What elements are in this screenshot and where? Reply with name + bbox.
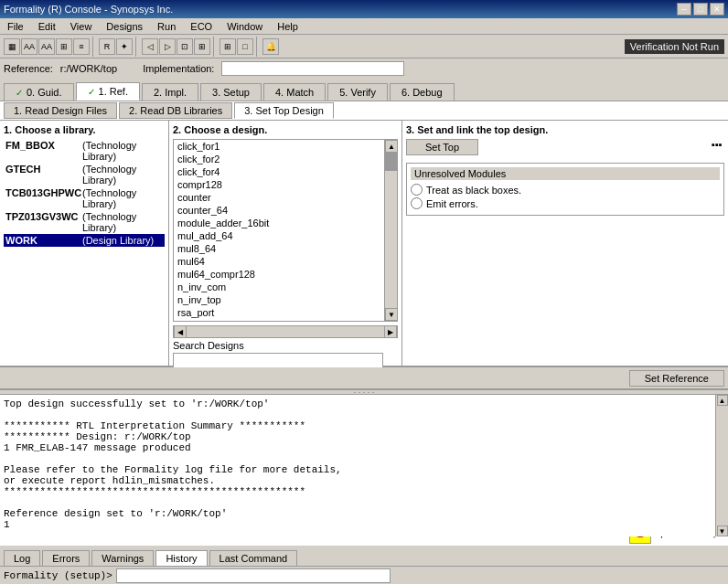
sub-tab-set-top[interactable]: 3. Set Top Design <box>234 102 334 119</box>
tb-btn-14[interactable]: 🔔 <box>262 38 279 55</box>
tab-ref[interactable]: ✓ 1. Ref. <box>76 82 140 101</box>
tab-ref-label: 1. Ref. <box>99 86 128 97</box>
three-panels: 1. Choose a library. FM_BBOX (Technology… <box>0 121 728 367</box>
console-scroll-down[interactable]: ▼ <box>717 526 728 536</box>
status-prompt: Formality (setup)> <box>4 570 112 581</box>
sub-tab-read-db[interactable]: 2. Read DB Libraries <box>119 102 232 119</box>
menu-eco[interactable]: ECO <box>187 20 216 33</box>
implementation-input[interactable] <box>221 61 404 76</box>
bottom-tab-errors[interactable]: Errors <box>42 550 90 566</box>
tb-btn-1[interactable]: ▦ <box>4 38 20 55</box>
tab-setup[interactable]: 3. Setup <box>200 83 262 101</box>
search-label: Search Designs <box>173 340 398 351</box>
lib-tpz013-type: (Technology Library) <box>82 211 163 233</box>
tb-btn-8[interactable]: ◁ <box>142 38 158 55</box>
hscroll-left[interactable]: ◀ <box>174 325 187 338</box>
tb-btn-3[interactable]: AA <box>38 38 55 55</box>
radio-emit-errors[interactable]: Emit errors. <box>411 197 720 209</box>
design-module-adder[interactable]: module_adder_16bit <box>174 217 384 229</box>
design-mul64-compr128[interactable]: mul64_compr128 <box>174 268 384 281</box>
window-controls: ─ □ ✕ <box>677 3 724 16</box>
hscroll-right[interactable]: ▶ <box>384 325 397 338</box>
tab-verify-label: 5. Verify <box>339 87 376 98</box>
lib-tpz013-name: TPZ013GV3WC <box>5 211 79 233</box>
design-click-for2[interactable]: click_for2 <box>174 153 384 165</box>
unresolved-modules-title: Unresolved Modules <box>411 167 720 180</box>
tab-guid[interactable]: ✓ 0. Guid. <box>4 83 74 101</box>
design-n-inv-com[interactable]: n_inv_com <box>174 281 384 293</box>
lib-work-name: WORK <box>5 235 79 246</box>
tab-impl[interactable]: 2. Impl. <box>142 83 198 101</box>
menu-edit[interactable]: Edit <box>35 20 59 33</box>
tab-guid-label: 0. Guid. <box>27 87 62 98</box>
tb-btn-13[interactable]: □ <box>237 38 253 55</box>
tb-btn-6[interactable]: R <box>99 38 115 55</box>
menu-window[interactable]: Window <box>223 20 266 33</box>
vscroll-up[interactable]: ▲ <box>385 140 398 153</box>
verify-badge: Verification Not Run <box>625 39 724 54</box>
settop-menu-button[interactable]: ▪▪▪ <box>712 139 724 150</box>
lib-work[interactable]: WORK (Design Library) <box>4 234 165 247</box>
tab-debug[interactable]: 6. Debug <box>390 83 455 101</box>
hscroll-bar: ◀ ▶ <box>173 325 398 338</box>
tb-btn-9[interactable]: ▷ <box>159 38 176 55</box>
bottom-tab-history[interactable]: History <box>155 550 207 566</box>
status-input[interactable] <box>116 568 391 583</box>
panel-library-title: 1. Choose a library. <box>4 124 165 135</box>
menu-designs[interactable]: Designs <box>102 20 146 33</box>
set-top-button[interactable]: Set Top <box>406 139 478 155</box>
set-reference-button[interactable]: Set Reference <box>629 370 724 387</box>
bottom-tab-last-command[interactable]: Last Command <box>209 550 298 566</box>
design-click-for1[interactable]: click_for1 <box>174 140 384 153</box>
design-mul64[interactable]: mul64 <box>174 255 384 268</box>
menu-file[interactable]: File <box>4 20 27 33</box>
sub-tab-read-files[interactable]: 1. Read Design Files <box>4 102 117 119</box>
design-compr128[interactable]: compr128 <box>174 178 384 191</box>
hscroll-track <box>187 326 384 337</box>
lib-fm-bbox-type: (Technology Library) <box>82 140 163 162</box>
bottom-tab-log[interactable]: Log <box>4 550 40 566</box>
maximize-button[interactable]: □ <box>693 3 708 16</box>
lib-fm-bbox[interactable]: FM_BBOX (Technology Library) <box>4 139 165 163</box>
tb-btn-7[interactable]: ✦ <box>116 38 133 55</box>
tb-btn-12[interactable]: ⊞ <box>219 38 236 55</box>
radio-emit-errors-input[interactable] <box>411 197 423 209</box>
bottom-tabs: Log Errors Warnings History Last Command <box>0 546 728 566</box>
design-mul8-64[interactable]: mul8_64 <box>174 242 384 255</box>
lib-gtech[interactable]: GTECH (Technology Library) <box>4 163 165 186</box>
tb-btn-4[interactable]: ⊞ <box>56 38 72 55</box>
menu-run[interactable]: Run <box>154 20 179 33</box>
design-counter64[interactable]: counter_64 <box>174 204 384 217</box>
tb-btn-5[interactable]: ≡ <box>73 38 90 55</box>
tab-verify[interactable]: 5. Verify <box>327 83 388 101</box>
menu-view[interactable]: View <box>67 20 96 33</box>
design-click-for4[interactable]: click_for4 <box>174 165 384 178</box>
separator-3 <box>213 37 217 57</box>
tab-setup-label: 3. Setup <box>212 87 250 98</box>
vscroll-down[interactable]: ▼ <box>385 308 398 321</box>
menu-help[interactable]: Help <box>273 20 302 33</box>
title-text: Formality (R) Console - Synopsys Inc. <box>4 4 173 15</box>
design-n-inv-top[interactable]: n_inv_top <box>174 293 384 306</box>
tb-btn-10[interactable]: ⊡ <box>177 38 193 55</box>
design-counter[interactable]: counter <box>174 191 384 204</box>
minimize-button[interactable]: ─ <box>677 3 691 16</box>
tab-debug-label: 6. Debug <box>401 87 443 98</box>
design-shift1[interactable]: shift1_1024TO64 <box>174 319 384 321</box>
console-scroll-up[interactable]: ▲ <box>717 395 728 406</box>
tab-ref-check: ✓ <box>88 87 95 97</box>
design-rsa-port[interactable]: rsa_port <box>174 306 384 319</box>
lib-tcb013[interactable]: TCB013GHPWC (Technology Library) <box>4 186 165 210</box>
close-button[interactable]: ✕ <box>710 3 724 16</box>
tab-match[interactable]: 4. Match <box>263 83 326 101</box>
lib-tpz013[interactable]: TPZ013GV3WC (Technology Library) <box>4 210 165 234</box>
tb-btn-2[interactable]: AA <box>21 38 37 55</box>
console-area[interactable]: Top design successfully set to 'r:/WORK/… <box>0 395 715 536</box>
radio-black-boxes[interactable]: Treat as black boxes. <box>411 184 720 196</box>
library-list: FM_BBOX (Technology Library) GTECH (Tech… <box>4 139 165 247</box>
bottom-tab-warnings[interactable]: Warnings <box>91 550 154 566</box>
design-mul-add64[interactable]: mul_add_64 <box>174 229 384 242</box>
menu-bar: File Edit View Designs Run ECO Window He… <box>0 18 728 35</box>
tb-btn-11[interactable]: ⊞ <box>194 38 210 55</box>
radio-black-boxes-input[interactable] <box>411 184 423 196</box>
